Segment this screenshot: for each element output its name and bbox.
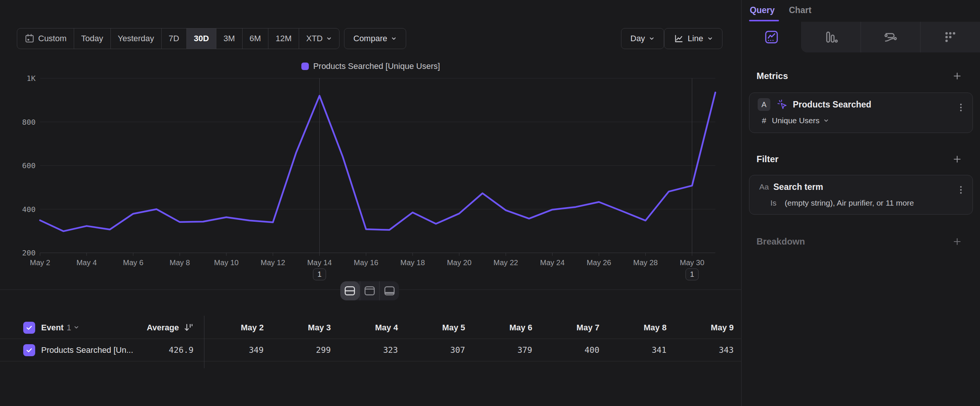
x-axis-label: May 12	[261, 258, 285, 267]
x-axis-label: May 24	[540, 258, 565, 267]
x-axis-label: May 18	[401, 258, 425, 267]
x-axis-label: May 4	[76, 258, 97, 267]
add-metric-button[interactable]	[951, 70, 964, 83]
y-axis-label: 400	[22, 205, 35, 214]
average-header-cell: Average	[142, 317, 204, 339]
add-filter-button[interactable]	[951, 153, 964, 166]
annotation-marker[interactable]: 1	[313, 269, 326, 280]
event-cursor-icon	[776, 99, 788, 110]
x-axis-label: May 22	[493, 258, 518, 267]
check-icon	[25, 346, 33, 354]
date-range-custom[interactable]: Custom	[17, 29, 74, 49]
chart-type-button[interactable]: Line	[664, 28, 722, 49]
x-axis-label: May 2	[30, 258, 50, 267]
date-range-30d[interactable]: 30D	[186, 29, 216, 49]
x-axis-label: May 14	[307, 258, 332, 267]
main-panel: CustomTodayYesterday7D30D3M6M12MXTD Comp…	[0, 0, 741, 406]
chart-only-view-button[interactable]	[360, 281, 380, 300]
date-range-7d[interactable]: 7D	[161, 29, 186, 49]
sort-icon	[183, 322, 194, 333]
metric-card[interactable]: A Products Searched # Unique Users	[749, 92, 973, 133]
line-chart-icon	[673, 33, 684, 44]
filter-heading: Filter	[757, 154, 779, 164]
value-cell: 323	[338, 339, 406, 361]
date-range-yesterday[interactable]: Yesterday	[110, 29, 161, 49]
value-cell: 299	[271, 339, 338, 361]
y-axis-label: 1K	[27, 74, 35, 83]
date-header-cell: May 8	[607, 317, 674, 339]
date-header-cell: May 9	[674, 317, 741, 339]
chevron-down-icon	[823, 118, 829, 124]
filter-options-button[interactable]	[955, 183, 967, 197]
event-header-cell: Event 1	[0, 317, 142, 339]
row-checkbox[interactable]	[23, 322, 35, 334]
granularity-button[interactable]: Day	[621, 28, 664, 49]
metric-options-button[interactable]	[955, 101, 967, 115]
date-header-cell: May 2	[204, 317, 271, 339]
date-range-3m[interactable]: 3M	[216, 29, 242, 49]
tab-retention[interactable]	[920, 22, 980, 53]
add-breakdown-button[interactable]	[951, 235, 964, 248]
x-axis-label: May 6	[123, 258, 143, 267]
line-chart-canvas[interactable]: 2004006008001KMay 2May 4May 6May 8May 10…	[0, 60, 741, 285]
kebab-menu-icon	[957, 103, 965, 112]
table-only-view-button[interactable]	[379, 281, 399, 300]
date-header-cell: May 5	[406, 317, 473, 339]
split-view-icon	[344, 286, 356, 296]
row-event-label: Products Searched [Un...	[41, 345, 133, 355]
annotation-marker[interactable]: 1	[686, 269, 698, 280]
chart-type-label: Line	[688, 34, 703, 43]
event-header-dropdown[interactable]: Event 1	[41, 323, 80, 333]
tab-insights[interactable]	[741, 22, 801, 53]
chevron-down-icon	[649, 36, 655, 41]
filter-value[interactable]: (empty string), Air purifier, or 11 more	[784, 199, 914, 207]
breakdown-heading: Breakdown	[757, 236, 805, 247]
metrics-heading: Metrics	[757, 71, 788, 81]
chevron-down-icon	[73, 324, 80, 330]
y-axis-label: 200	[22, 248, 35, 257]
insights-icon	[764, 30, 779, 45]
chevron-down-icon	[326, 36, 332, 41]
row-checkbox[interactable]	[23, 344, 35, 356]
svg-text:1: 1	[690, 270, 694, 278]
x-axis-label: May 10	[214, 258, 239, 267]
value-cell: 307	[406, 339, 473, 361]
plus-icon	[952, 237, 962, 247]
value-cell: 400	[540, 339, 607, 361]
string-type-icon: Aa	[758, 182, 770, 191]
table-only-view-icon	[384, 286, 395, 296]
date-range-xtd[interactable]: XTD	[299, 29, 339, 49]
active-tab-underline	[749, 20, 779, 21]
filter-card[interactable]: Aa Search term Is (empty string), Air pu…	[749, 175, 973, 215]
event-count: 1	[67, 323, 71, 332]
check-icon	[25, 324, 33, 331]
compare-button[interactable]: Compare	[344, 28, 406, 49]
metric-event-name: Products Searched	[793, 100, 872, 110]
date-range-today[interactable]: Today	[74, 29, 110, 49]
date-range-6m[interactable]: 6M	[242, 29, 268, 49]
filter-property-name: Search term	[773, 182, 823, 192]
metric-letter-badge: A	[758, 98, 770, 111]
tab-flows[interactable]	[861, 22, 920, 53]
measurement-dropdown[interactable]: Unique Users	[772, 116, 829, 125]
x-axis-label: May 28	[633, 258, 658, 267]
sort-button[interactable]	[183, 322, 194, 333]
svg-text:1: 1	[317, 270, 321, 278]
sidebar-tabs: Query Chart	[750, 5, 811, 15]
filter-operator[interactable]: Is	[770, 199, 776, 207]
x-axis-label: May 8	[170, 258, 190, 267]
tab-funnels[interactable]	[801, 22, 861, 53]
funnels-icon	[824, 30, 838, 45]
x-axis-label: May 26	[587, 258, 611, 267]
date-header-cell: May 3	[271, 317, 338, 339]
x-axis-label: May 30	[680, 258, 705, 267]
y-axis-label: 600	[22, 161, 35, 170]
retention-icon	[943, 30, 958, 45]
tab-query[interactable]: Query	[750, 5, 775, 15]
split-view-button[interactable]	[340, 281, 360, 300]
date-range-12m[interactable]: 12M	[268, 29, 299, 49]
tab-chart[interactable]: Chart	[789, 5, 811, 15]
average-value-cell: 426.9	[142, 339, 204, 361]
series-line[interactable]	[40, 92, 715, 231]
date-range-group: CustomTodayYesterday7D30D3M6M12MXTD	[17, 28, 339, 49]
